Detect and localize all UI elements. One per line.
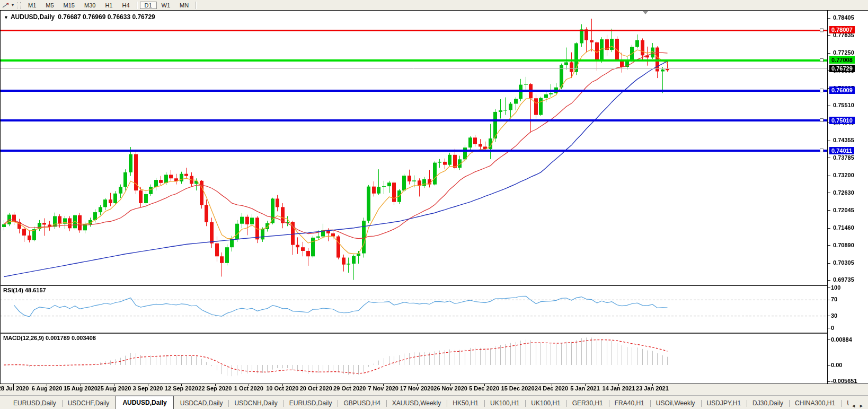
timeframe-button-D1[interactable]: D1 [140, 2, 157, 9]
timeframe-button-H1[interactable]: H1 [100, 2, 117, 9]
chart-ohlc-values: 0.76687 0.76969 0.76633 0.76729 [58, 13, 155, 21]
price-tick-label: 0.70890 [833, 242, 854, 248]
price-tick-label: 0.72045 [833, 207, 854, 213]
chart-tab-XAUUSD-Weekly[interactable]: XAUUSD,Weekly [386, 397, 447, 409]
date-tick-label: 20 Oct 2020 [300, 385, 332, 391]
price-tick-label: 0.71460 [833, 224, 854, 231]
date-tick-label: 7 Nov 2020 [368, 385, 398, 391]
date-tick-label: 15 Aug 2020 [64, 385, 98, 391]
rsi-tick-label: 100 [831, 284, 840, 291]
date-tick-label: 29 Oct 2020 [333, 385, 366, 391]
chart-tab-DJ30-Daily[interactable]: DJ30,Daily [747, 397, 789, 409]
timeframe-toolbar: ▾ M1M5M15M30H1H4D1W1MN [0, 0, 868, 10]
price-tick-label: 0.77250 [833, 49, 854, 56]
date-tick-label: 28 Jul 2020 [0, 385, 29, 391]
date-tick-label: 5 Jan 2021 [570, 385, 600, 391]
tab-scroll-left-icon[interactable]: ◄ [851, 403, 856, 408]
chart-canvas[interactable] [0, 0, 868, 409]
macd-indicator-label: MACD(12,26,9) 0.001789 0.003408 [3, 335, 96, 341]
date-tick-label: 12 Sep 2020 [165, 385, 198, 391]
price-level-badge: 0.75010 [829, 117, 855, 124]
chart-tab-HK50-H1[interactable]: HK50,H1 [447, 397, 484, 409]
price-tick-label: 0.73200 [833, 172, 854, 178]
rsi-tick-label: 30 [831, 312, 837, 319]
timeframe-button-M15[interactable]: M15 [59, 2, 79, 9]
timeframe-button-M5[interactable]: M5 [41, 2, 58, 9]
trading-platform-window: ▾ M1M5M15M30H1H4D1W1MN ▼AUDUSD,Daily0.76… [0, 0, 868, 409]
price-level-badge: 0.77008 [829, 56, 855, 64]
chart-tab-CHINA300-H1[interactable]: CHINA300,H1 [789, 397, 841, 409]
trendline-tool-icon[interactable] [0, 2, 11, 8]
toolbar-separator [196, 2, 197, 9]
chart-tab-EURUSD-Daily[interactable]: EURUSD,Daily [7, 397, 62, 409]
chart-tab-USDCHF-Daily[interactable]: USDCHF,Daily [62, 397, 116, 409]
date-tick-label: 26 Nov 2020 [433, 385, 467, 391]
macd-tick-label: 0.00884 [831, 336, 852, 343]
chart-tab-USOil-Weekly[interactable]: USOil,Weekly [650, 397, 701, 409]
chart-tab-US[interactable]: US [841, 397, 849, 409]
date-tick-label: 3 Sep 2020 [132, 385, 163, 391]
price-tick-label: 0.69735 [833, 276, 854, 283]
date-tick-label: 14 Jan 2021 [603, 385, 635, 391]
date-tick-label: 5 Dec 2020 [469, 385, 499, 391]
timeframe-button-MN[interactable]: MN [175, 2, 193, 9]
macd-tick-label: 0.00 [831, 362, 842, 368]
price-level-badge: 0.74011 [829, 147, 854, 154]
chart-tab-UK100-H1[interactable]: UK100,H1 [525, 397, 566, 409]
toolbar-separator [137, 2, 138, 9]
chart-tab-EURUSD-Daily[interactable]: EURUSD,Daily [284, 397, 338, 409]
price-tick-label: 0.78405 [833, 14, 854, 21]
chart-tab-bar: EURUSD,DailyUSDCHF,DailyAUDUSD,DailyUSDC… [0, 395, 868, 409]
timeframe-button-M30[interactable]: M30 [79, 2, 100, 9]
timeframe-button-H4[interactable]: H4 [117, 2, 134, 9]
price-tick-label: 0.70305 [833, 259, 854, 266]
chart-symbol-label: AUDUSD,Daily [11, 13, 55, 21]
chart-tab-USDCNH-Daily[interactable]: USDCNH,Daily [228, 397, 283, 409]
rsi-tick-label: 0 [831, 325, 834, 331]
date-tick-label: 23 Jan 2021 [636, 385, 669, 391]
timeframe-button-M1[interactable]: M1 [23, 2, 41, 9]
tool-dropdown-caret-icon[interactable]: ▾ [11, 3, 16, 7]
price-tick-label: 0.75510 [833, 102, 854, 108]
chart-tab-GBPUSD-H4[interactable]: GBPUSD,H4 [338, 397, 386, 409]
chart-tab-USDJPY-H1[interactable]: USDJPY,H1 [701, 397, 747, 409]
symbol-dropdown-icon[interactable]: ▼ [4, 15, 8, 20]
date-tick-label: 22 Sep 2020 [198, 385, 232, 391]
toolbar-grip[interactable] [17, 2, 21, 8]
chart-tab-USDCAD-Daily[interactable]: USDCAD,Daily [174, 397, 229, 409]
rsi-tick-label: 70 [831, 296, 837, 302]
date-tick-label: 25 Aug 2020 [98, 385, 131, 391]
chart-tab-UK100-H1[interactable]: UK100,H1 [484, 397, 525, 409]
chart-title: ▼AUDUSD,Daily0.76687 0.76969 0.76633 0.7… [4, 13, 155, 21]
price-tick-label: 0.72630 [833, 189, 854, 196]
date-tick-label: 6 Aug 2020 [32, 385, 63, 391]
macd-tick-label: -0.005651 [831, 378, 857, 384]
tab-scroll-right-icon[interactable]: ► [859, 403, 864, 408]
price-level-badge: 0.76729 [829, 65, 855, 72]
chart-tab-AUDUSD-Daily[interactable]: AUDUSD,Daily [116, 396, 173, 409]
date-tick-label: 1 Oct 2020 [234, 385, 263, 391]
date-tick-label: 15 Dec 2020 [501, 385, 535, 391]
timeframe-button-W1[interactable]: W1 [157, 2, 175, 9]
price-tick-label: 0.74355 [833, 137, 854, 143]
chart-tab-FRA40-H1[interactable]: FRA40,H1 [609, 397, 650, 409]
date-tick-label: 10 Oct 2020 [266, 385, 298, 391]
date-tick-label: 24 Dec 2020 [535, 385, 568, 391]
rsi-indicator-label: RSI(14) 48.6157 [3, 287, 46, 293]
price-tick-label: 0.73785 [833, 154, 854, 161]
price-level-badge: 0.78007 [829, 26, 855, 33]
date-tick-label: 17 Nov 2020 [400, 385, 434, 391]
chart-tab-GER30-H1[interactable]: GER30,H1 [566, 397, 609, 409]
price-level-badge: 0.76009 [829, 86, 855, 94]
